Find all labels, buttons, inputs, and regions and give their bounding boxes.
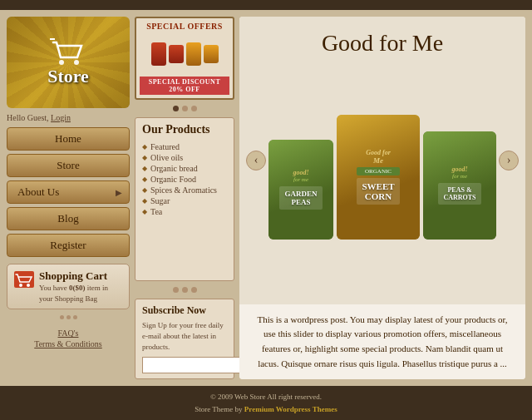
bullet-6: ◆: [142, 197, 147, 205]
logo-area: Store: [7, 17, 130, 108]
cart-title: Shopping Cart: [39, 269, 122, 283]
slider-prev-button[interactable]: ‹: [246, 151, 266, 170]
svg-point-0: [59, 60, 64, 65]
divider-dot: [60, 315, 64, 319]
guest-bar: Hello Guest, Login: [7, 111, 130, 124]
slider-cans: good! for me GARDEN PEAS Good for: [244, 115, 521, 240]
divider-dot: [66, 315, 71, 319]
bullet-4: ◆: [142, 175, 147, 183]
product-featured[interactable]: ◆ Featured: [142, 141, 227, 152]
footer-copyright-text: © 2009 Web Store All right reserved.: [210, 393, 322, 401]
footer-theme: Store Theme by Premium Wordpress Themes: [5, 403, 527, 415]
nav-about[interactable]: About Us ▶: [7, 180, 130, 204]
nav-register[interactable]: Register: [7, 234, 130, 257]
svg-point-1: [74, 60, 79, 65]
cart-amount: 0($0): [69, 284, 86, 292]
can-garden-peas: good! for me GARDEN PEAS: [268, 140, 333, 240]
product-sugar[interactable]: ◆ Sugar: [142, 195, 227, 206]
product-tea[interactable]: ◆ Tea: [142, 206, 227, 217]
product-organic-bread[interactable]: ◆ Organic bread: [142, 163, 227, 174]
nav-about-arrow: ▶: [116, 188, 122, 197]
product-olive-oils[interactable]: ◆ Olive oils: [142, 152, 227, 163]
dot-nav-2: [135, 284, 234, 295]
bullet-5: ◆: [142, 186, 147, 194]
svg-point-5: [27, 284, 30, 287]
products-title: Our Products: [142, 123, 227, 136]
product-organic-food[interactable]: ◆ Organic Food: [142, 174, 227, 185]
top-bar: [0, 0, 532, 10]
dot-a: [173, 287, 179, 293]
slider-area: Good for Me ‹ › good! for me GARDEN PEAS: [239, 17, 525, 304]
main-text-content: This is a wordpress post. You may displa…: [253, 313, 512, 371]
product-label-6: Tea: [150, 207, 162, 216]
footer: © 2009 Web Store All right reserved. Sto…: [0, 386, 532, 420]
product-label-4: Spices & Aromatics: [150, 185, 217, 195]
nav-about-label: About Us: [17, 185, 59, 199]
footer-theme-link[interactable]: Premium Wordpress Themes: [244, 405, 337, 413]
terms-link[interactable]: Terms & Conditions: [34, 339, 102, 348]
product-label-0: Featured: [150, 142, 180, 151]
sidebar: Store Hello Guest, Login Home Store Abou…: [7, 17, 130, 379]
bullet-3: ◆: [142, 165, 147, 172]
product-label-3: Organic Food: [150, 175, 196, 184]
cart-logo-icon: [50, 37, 86, 66]
product-label-5: Sugar: [150, 196, 170, 205]
dot-b: [182, 287, 188, 293]
bottom-links: FAQ's Terms & Conditions: [7, 329, 130, 348]
nav-store[interactable]: Store: [7, 154, 130, 177]
special-discount-badge: SPECIAL DISCOUNT 20% OFF: [140, 77, 229, 95]
product-label-1: Olive oils: [150, 153, 183, 162]
can-sweet-corn: Good for Me ORGANIC SWEET CORN: [337, 115, 420, 240]
dot-nav: [135, 103, 234, 114]
divider-dot: [73, 315, 77, 319]
faq-link[interactable]: FAQ's: [58, 329, 79, 338]
cart-box: Shopping Cart You have 0($0) item in you…: [7, 264, 130, 309]
nav-blog[interactable]: Blog: [7, 207, 130, 230]
special-offers-box: SPECIAL OFFERS SPECIAL DISCOUNT 20% OFF: [135, 17, 234, 100]
login-link[interactable]: Login: [51, 113, 71, 122]
dot-1[interactable]: [173, 106, 179, 111]
middle-column: SPECIAL OFFERS SPECIAL DISCOUNT 20% OFF …: [135, 17, 234, 379]
product-label-2: Organic bread: [150, 164, 198, 173]
divider-dots: [7, 313, 130, 322]
special-offers-title: SPECIAL OFFERS: [140, 22, 229, 31]
bullet-7: ◆: [142, 208, 147, 215]
subscribe-input-row: ▶: [142, 357, 227, 373]
dot-2[interactable]: [182, 106, 188, 111]
product-spices[interactable]: ◆ Spices & Aromatics: [142, 185, 227, 195]
subscribe-desc: Sign Up for your free daily e-mail about…: [142, 320, 227, 352]
cart-icon: [14, 271, 34, 288]
slider-next-button[interactable]: ›: [499, 151, 519, 170]
svg-point-4: [19, 284, 22, 287]
slider-title: Good for Me: [239, 30, 525, 57]
app-wrapper: Store Hello Guest, Login Home Store Abou…: [0, 0, 532, 420]
footer-theme-prefix: Store Theme by: [195, 405, 244, 413]
subscribe-title: Subscribe Now: [142, 304, 227, 317]
subscribe-section: Subscribe Now Sign Up for your free dail…: [135, 299, 234, 379]
guest-label: Hello Guest,: [7, 113, 49, 122]
footer-copyright: © 2009 Web Store All right reserved.: [5, 391, 527, 403]
can-peas-carrots: good! for me PEAS & CARROTS: [423, 131, 496, 240]
nav-home[interactable]: Home: [7, 127, 130, 151]
special-offers-image: [140, 31, 229, 77]
svg-rect-3: [14, 271, 34, 288]
cart-info: You have 0($0) item in your Shopping Bag: [39, 283, 122, 304]
dot-c: [191, 287, 197, 293]
dot-3[interactable]: [191, 106, 197, 111]
main-content: Good for Me ‹ › good! for me GARDEN PEAS: [239, 17, 525, 379]
products-section: Our Products ◆ Featured ◆ Olive oils ◆ O…: [135, 117, 234, 281]
bullet-1: ◆: [142, 143, 147, 151]
logo-text: Store: [47, 66, 89, 87]
bullet-2: ◆: [142, 154, 147, 161]
main-area: Store Hello Guest, Login Home Store Abou…: [0, 10, 532, 386]
cart-info-prefix: You have: [39, 284, 67, 292]
cart-text-area: Shopping Cart You have 0($0) item in you…: [39, 269, 122, 304]
main-text-area: This is a wordpress post. You may displa…: [239, 304, 525, 379]
